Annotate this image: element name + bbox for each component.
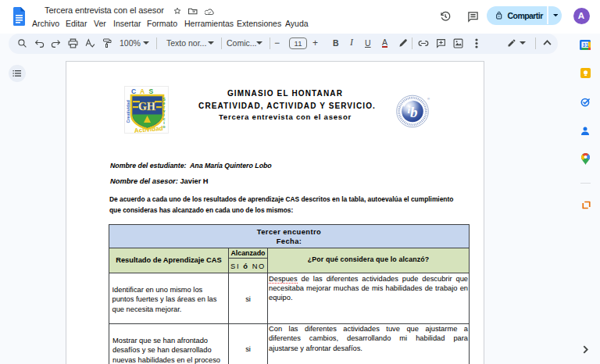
svg-text:®: ® <box>427 97 430 101</box>
svg-text:Creatividad: Creatividad <box>126 100 130 123</box>
svg-text:S: S <box>149 87 154 95</box>
svg-text:A: A <box>140 87 145 95</box>
svg-text:Servicio: Servicio <box>162 97 166 128</box>
svg-text:GH: GH <box>138 101 155 112</box>
svg-text:C: C <box>131 87 136 95</box>
svg-text:31: 31 <box>583 42 589 48</box>
svg-text:b: b <box>410 104 418 120</box>
